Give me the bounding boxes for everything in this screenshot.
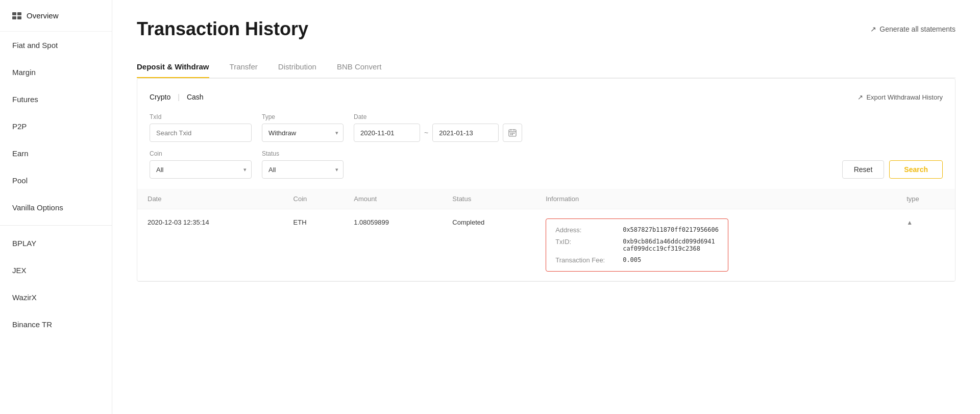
sub-tab-divider: | [178,93,180,101]
type-filter-group: Type Withdraw Deposit [262,113,344,142]
content-panel: Crypto | Cash ↗︎ Export Withdrawal Histo… [137,78,955,282]
cell-date: 2020-12-03 12:35:14 [137,209,283,281]
svg-rect-8 [510,133,511,134]
svg-rect-0 [12,12,16,15]
main-content: Transaction History ↗︎ Generate all stat… [112,0,980,414]
status-label: Status [262,150,344,157]
date-picker-button[interactable] [503,124,522,142]
sub-tab-cash[interactable]: Cash [187,91,204,103]
txid-label: TxId [150,113,252,120]
row-expand-icon[interactable]: ▲ [906,219,913,226]
tab-bnb-convert[interactable]: BNB Convert [337,56,382,78]
coin-select-wrapper: All [150,160,252,179]
reset-button[interactable]: Reset [842,160,885,179]
sidebar-item-earn[interactable]: Earn [0,140,112,167]
cell-coin: ETH [283,209,344,281]
svg-rect-1 [17,12,21,15]
coin-select[interactable]: All [150,160,252,179]
status-select[interactable]: All Completed Pending [262,160,344,179]
type-select-wrapper: Withdraw Deposit [262,124,344,142]
svg-rect-3 [17,16,21,19]
date-range: ~ [354,124,522,142]
page-title: Transaction History [137,18,308,40]
tab-transfer[interactable]: Transfer [230,56,258,78]
svg-rect-11 [510,134,511,135]
date-tilde: ~ [424,129,428,137]
cell-status: Completed [442,209,535,281]
table-header: Date Coin Amount Status Information type [137,189,955,209]
date-from-input[interactable] [354,124,420,142]
sidebar-item-bplay[interactable]: BPLAY [0,230,112,257]
info-row-fee: Transaction Fee: 0.005 [555,256,719,264]
page-header: Transaction History ↗︎ Generate all stat… [137,18,955,40]
table-row: 2020-12-03 12:35:14 ETH 1.08059899 Compl… [137,209,955,281]
table-body: 2020-12-03 12:35:14 ETH 1.08059899 Compl… [137,209,955,281]
info-row-address: Address: 0x587827b11870ff0217956606 [555,226,719,234]
sidebar-item-pool[interactable]: Pool [0,167,112,194]
date-to-input[interactable] [432,124,499,142]
sidebar-item-jex[interactable]: JEX [0,257,112,284]
svg-rect-9 [512,133,513,134]
generate-statements-icon: ↗︎ [870,25,876,33]
sidebar-item-margin[interactable]: Margin [0,59,112,86]
svg-rect-12 [512,134,513,135]
type-select[interactable]: Withdraw Deposit [262,124,344,142]
date-filter-group: Date ~ [354,113,522,142]
sidebar-item-fiat-and-spot[interactable]: Fiat and Spot [0,32,112,59]
filter-buttons: Reset Search [842,160,943,179]
export-icon: ↗︎ [857,93,863,101]
info-box: Address: 0x587827b11870ff0217956606 TxID… [546,218,728,272]
tab-deposit-withdraw[interactable]: Deposit & Withdraw [137,56,209,78]
sidebar-item-binance-tr[interactable]: Binance TR [0,311,112,338]
sidebar-item-wazirx[interactable]: WazirX [0,284,112,311]
cell-information: Address: 0x587827b11870ff0217956606 TxID… [535,209,896,281]
search-button[interactable]: Search [889,160,943,179]
sidebar-item-futures[interactable]: Futures [0,86,112,113]
col-type: type [896,189,955,209]
sidebar-divider [0,225,112,226]
status-filter-group: Status All Completed Pending [262,150,344,179]
sidebar-overview-label: Overview [27,11,59,20]
col-date: Date [137,189,283,209]
coin-label: Coin [150,150,252,157]
cell-amount: 1.08059899 [344,209,442,281]
txid-row-label: TxID: [555,238,617,252]
transactions-table: Date Coin Amount Status Information type… [137,189,955,281]
info-row-txid: TxID: 0xb9cb86d1a46ddcd099d6941 caf099dc… [555,238,719,252]
overview-icon [12,12,21,19]
col-status: Status [442,189,535,209]
table-container: Date Coin Amount Status Information type… [137,189,955,281]
col-coin: Coin [283,189,344,209]
sidebar-item-overview[interactable]: Overview [0,0,112,32]
sidebar-item-vanilla-options[interactable]: Vanilla Options [0,194,112,221]
calendar-icon [508,129,517,137]
generate-statements-link[interactable]: ↗︎ Generate all statements [870,25,955,33]
sidebar-item-p2p[interactable]: P2P [0,113,112,140]
col-information: Information [535,189,896,209]
col-amount: Amount [344,189,442,209]
sub-tabs-row: Crypto | Cash ↗︎ Export Withdrawal Histo… [150,91,943,103]
txid-row-value: 0xb9cb86d1a46ddcd099d6941 caf099dcc19cf3… [623,238,715,252]
address-label: Address: [555,226,617,234]
cell-type: ▲ [896,209,955,281]
sidebar: Overview Fiat and Spot Margin Futures P2… [0,0,112,414]
fee-label: Transaction Fee: [555,256,617,264]
coin-filter-group: Coin All [150,150,252,179]
date-label: Date [354,113,522,120]
main-tabs: Deposit & Withdraw Transfer Distribution… [137,56,955,78]
fee-value: 0.005 [623,256,641,264]
txid-input[interactable] [150,124,252,142]
txid-filter-group: TxId [150,113,252,142]
export-withdrawal-history-link[interactable]: ↗︎ Export Withdrawal History [857,93,943,101]
svg-rect-10 [513,133,514,134]
address-value: 0x587827b11870ff0217956606 [623,226,719,234]
type-label: Type [262,113,344,120]
tab-distribution[interactable]: Distribution [278,56,316,78]
sub-tab-crypto[interactable]: Crypto [150,91,170,103]
svg-rect-2 [12,16,16,19]
sub-tabs-left: Crypto | Cash [150,91,204,103]
status-select-wrapper: All Completed Pending [262,160,344,179]
